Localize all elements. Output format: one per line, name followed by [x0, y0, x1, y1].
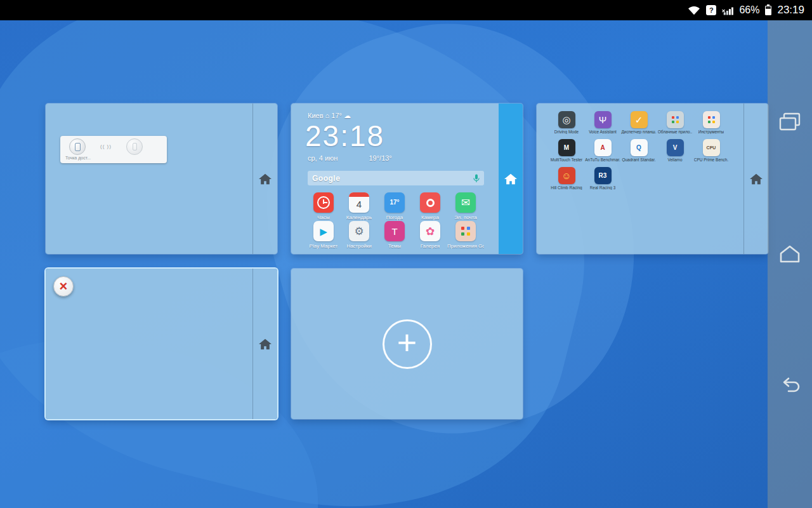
app-label: Play Маркет: [310, 243, 338, 249]
app-label: Облачные прило..: [658, 130, 693, 134]
clock-face-glyph: [317, 196, 330, 209]
multitouch-glyph: M: [564, 145, 569, 151]
app-label: Инструменты: [698, 130, 724, 134]
add-screen-tile[interactable]: +: [291, 269, 523, 419]
real-racing-app-icon: R3: [594, 167, 612, 184]
phone-toggle-icon: [126, 138, 143, 155]
cpu-prime-app-icon: CPU: [703, 139, 720, 156]
connection-waves-icon: (( )): [88, 144, 124, 149]
house-marker-icon: [749, 173, 763, 185]
house-marker-icon: [258, 338, 272, 351]
app-label: Quadrant Standar.: [622, 157, 655, 162]
wifi-icon: [688, 5, 700, 15]
quadrant-glyph: Q: [636, 145, 641, 151]
app-label: Real Racing 3: [590, 185, 616, 190]
app-label: Hill Climb Racing: [551, 185, 582, 190]
wallpaper-shape: [0, 0, 632, 508]
driving-mode-app-icon: ◎: [558, 111, 575, 128]
camera-app-icon: [420, 192, 440, 213]
app-settings: ⚙ Настройки: [344, 221, 374, 249]
home-icon: [778, 244, 802, 264]
app-cloud-folder: Облачные прило..: [658, 111, 692, 134]
recents-button[interactable]: [768, 107, 812, 137]
home-screen-manager: ? 66% 23:19: [0, 0, 812, 508]
app-driving-mode: ◎ Driving Mode: [549, 111, 584, 134]
folder-mini-icons: [708, 116, 710, 119]
status-bar: ? 66% 23:19: [0, 0, 812, 20]
clock-widget-date-line: ср, 4 июн 19°/13°: [308, 154, 392, 162]
delete-screen-button[interactable]: ×: [53, 276, 74, 297]
app-label: CPU Prime Bench.: [694, 157, 729, 162]
set-home-marker[interactable]: [744, 104, 768, 254]
back-icon: [778, 376, 802, 396]
signal-no-service-icon: [722, 5, 733, 15]
app-real-racing: R3 Real Racing 3: [586, 167, 620, 190]
battery-icon: [765, 6, 771, 15]
themes-glyph: T: [391, 227, 397, 236]
app-multitouch-tester: M MultiTouch Tester: [549, 139, 584, 162]
app-label: AnTuTu Benchmar.: [585, 157, 620, 162]
app-voice-assistant: Ψ Voice Assistant: [586, 111, 620, 134]
house-marker-icon: [258, 173, 272, 185]
app-row: ◎ Driving Mode Ψ Voice Assistant ✓ Диспе…: [549, 111, 728, 134]
tablet-toggle-icon: [69, 138, 86, 155]
camera-lens-glyph: [426, 199, 435, 207]
date-label: ср, 4 июн: [308, 154, 337, 162]
app-tablet-manager: ✓ Диспетчер планш.: [622, 111, 656, 134]
app-antutu: A AnTuTu Benchmar.: [586, 139, 620, 162]
tablet-glyph: [75, 143, 81, 151]
app-play-market: ▶ Play Маркет: [308, 221, 339, 249]
calendar-app-icon: 4: [349, 192, 369, 213]
app-label: Часы: [317, 215, 330, 220]
folder-mini-icons: [461, 227, 464, 230]
vellamo-glyph: V: [673, 145, 678, 151]
set-home-marker[interactable]: [253, 269, 277, 419]
home-button[interactable]: [768, 239, 812, 269]
clock-app-icon: [313, 192, 334, 213]
battery-percent: 66%: [739, 4, 759, 16]
microphone-icon: [473, 174, 480, 183]
app-quadrant: Q Quadrant Standar.: [622, 139, 656, 162]
app-label: Vellamo: [667, 157, 682, 162]
antutu-app-icon: A: [594, 139, 612, 156]
envelope-glyph: ✉: [461, 197, 470, 208]
clock-widget-time: 23:18: [305, 119, 384, 153]
app-clock: Часы: [308, 192, 339, 220]
folder-mini-icons: [672, 116, 674, 119]
set-home-marker[interactable]: [253, 104, 277, 254]
gear-glyph: ⚙: [354, 226, 363, 237]
tools-folder-icon: [703, 111, 720, 128]
hotspot-widget: (( )) Точка дост...: [60, 136, 167, 163]
calendar-glyph: 4: [357, 199, 362, 209]
screen-thumbnail-2-current[interactable]: Киев ⌂ 17° ☁ 23:18 ср, 4 июн 19°/13° Goo…: [291, 104, 523, 254]
themes-app-icon: T: [384, 221, 405, 241]
shield-check-glyph: ✓: [635, 115, 643, 124]
screen-thumbnail-1[interactable]: (( )) Точка дост...: [46, 104, 277, 254]
house-marker-icon: [504, 173, 518, 185]
app-label: MultiTouch Tester: [551, 157, 582, 162]
app-calendar: 4 Календарь: [344, 192, 374, 220]
app-label: Диспетчер планш.: [621, 130, 656, 134]
app-label: Приложения Goog.: [447, 243, 484, 249]
current-home-marker[interactable]: [499, 104, 523, 254]
app-label: Driving Mode: [554, 130, 579, 134]
email-app-icon: ✉: [455, 192, 476, 213]
voice-assistant-app-icon: Ψ: [594, 111, 612, 128]
app-row: M MultiTouch Tester A AnTuTu Benchmar. Q…: [549, 139, 728, 162]
screen-thumbnail-3[interactable]: ◎ Driving Mode Ψ Voice Assistant ✓ Диспе…: [537, 104, 768, 254]
phone-glyph: [133, 143, 137, 150]
screen-thumbnail-4[interactable]: ×: [46, 269, 277, 419]
app-label: Камера: [421, 215, 439, 220]
app-weather: 17° Погода: [379, 192, 410, 220]
weather-app-icon: 17°: [384, 192, 405, 213]
add-screen-button[interactable]: +: [383, 319, 432, 369]
back-button[interactable]: [768, 371, 812, 401]
app-label: Календарь: [346, 215, 372, 220]
play-market-app-icon: ▶: [313, 221, 334, 241]
real-racing-glyph: R3: [599, 173, 607, 179]
app-cpu-prime: CPU CPU Prime Bench.: [694, 139, 728, 162]
app-label: Погода: [386, 215, 403, 220]
tablet-manager-app-icon: ✓: [631, 111, 648, 128]
gallery-app-icon: ✿: [420, 221, 440, 241]
app-themes: T Темы: [379, 221, 410, 249]
